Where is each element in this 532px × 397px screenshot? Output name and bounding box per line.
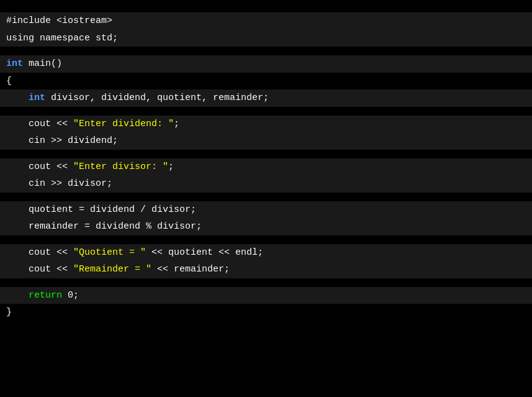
cout2-prefix: cout << — [6, 162, 73, 172]
line-close-brace: } — [0, 304, 532, 321]
indent-1 — [6, 93, 29, 103]
line-cout2: cout << "Enter divisor: "; — [0, 158, 532, 176]
cout1-semi: ; — [174, 119, 179, 129]
string-enter-dividend: "Enter dividend: " — [73, 119, 174, 129]
spacer-5 — [0, 235, 532, 244]
int-keyword-1: int — [6, 58, 23, 69]
cin2-text: cin >> divisor; — [6, 178, 112, 189]
line-using: using namespace std; — [0, 30, 532, 47]
cout4-suffix: << remainder; — [151, 264, 230, 275]
line-remainder: remainder = dividend % divisor; — [0, 218, 532, 235]
open-brace: { — [6, 76, 12, 86]
quotient-text: quotient = dividend / divisor; — [6, 204, 196, 215]
line-cin2: cin >> divisor; — [0, 175, 532, 193]
spacer-1 — [0, 47, 532, 55]
decl-text: divisor, dividend, quotient, remainder; — [45, 93, 269, 103]
line-cout4: cout << "Remainder = " << remainder; — [0, 261, 532, 278]
cout2-semi: ; — [168, 162, 174, 172]
cout3-prefix: cout << — [6, 247, 73, 258]
cout1-prefix: cout << — [6, 119, 73, 129]
cin1-text: cin >> dividend; — [6, 135, 118, 146]
line-cin1: cin >> dividend; — [0, 132, 532, 150]
string-quotient: "Quotient = " — [73, 247, 146, 258]
string-remainder: "Remainder = " — [73, 264, 151, 275]
spacer-2 — [0, 107, 532, 116]
line-int-decl: int divisor, dividend, quotient, remaind… — [0, 89, 532, 107]
spacer-6 — [0, 278, 532, 287]
spacer-4 — [0, 193, 532, 201]
cout4-prefix: cout << — [6, 264, 73, 275]
int-keyword-2: int — [29, 93, 45, 103]
line-return: return 0; — [0, 287, 532, 304]
string-enter-divisor: "Enter divisor: " — [73, 162, 168, 172]
line-quotient: quotient = dividend / divisor; — [0, 201, 532, 219]
line-cout1: cout << "Enter dividend: "; — [0, 116, 532, 133]
using-text: using namespace std; — [6, 33, 118, 43]
code-editor: #include <iostream> using namespace std;… — [0, 6, 532, 327]
cout3-suffix: << quotient << endl; — [146, 247, 263, 258]
line-main: int main() — [0, 55, 532, 73]
return-indent — [6, 290, 29, 301]
line-include: #include <iostream> — [0, 12, 532, 30]
main-text: main() — [23, 58, 62, 69]
line-cout3: cout << "Quotient = " << quotient << end… — [0, 244, 532, 262]
include-text: #include <iostream> — [6, 16, 112, 26]
spacer-3 — [0, 150, 532, 158]
return-keyword: return — [29, 290, 62, 301]
close-brace: } — [6, 307, 12, 317]
return-value: 0; — [62, 290, 79, 301]
remainder-text: remainder = dividend % divisor; — [6, 221, 202, 232]
line-open-brace: { — [0, 73, 532, 90]
